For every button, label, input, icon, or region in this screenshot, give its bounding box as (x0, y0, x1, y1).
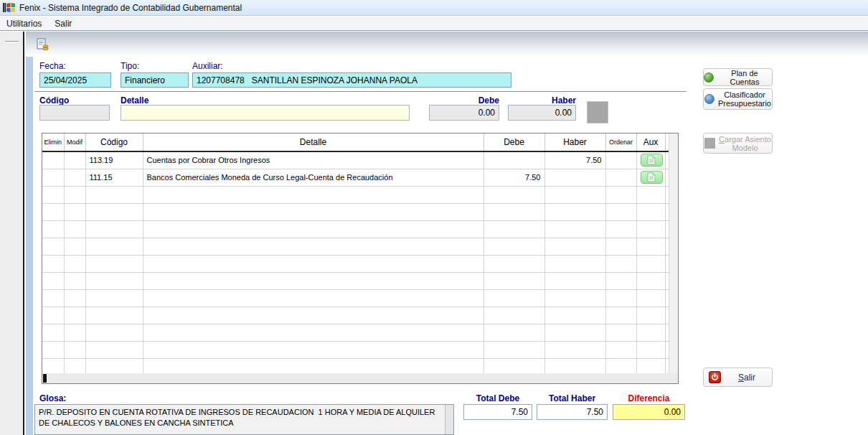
glosa-scrollbar[interactable] (445, 405, 453, 434)
aux-notepad-button[interactable] (641, 154, 663, 167)
cargar-asiento-modelo-button[interactable]: Cargar Asiento Modelo (703, 133, 773, 154)
glosa-text: P/R. DEPOSITO EN CUENTA ROTATIVA DE INGR… (39, 407, 439, 429)
table-row-empty (42, 307, 669, 324)
haber-input[interactable] (508, 105, 576, 121)
header-detalle: Detalle (143, 134, 483, 151)
scrollbar-thumb[interactable] (43, 374, 47, 383)
header-aux: Aux (636, 134, 665, 151)
tipo-label: Tipo: (121, 61, 139, 71)
menu-salir[interactable]: Salir (48, 17, 78, 30)
green-sphere-icon (704, 72, 714, 83)
diferencia-label: Diferencia (613, 393, 685, 403)
menu-bar: Utilitarios Salir (0, 17, 868, 31)
menu-utilitarios[interactable]: Utilitarios (0, 17, 48, 30)
aux-notepad-button[interactable] (641, 171, 663, 184)
title-bar: Fenix - Sistema Integrado de Contabilida… (0, 0, 868, 16)
debe-input[interactable] (429, 105, 499, 121)
cell-ordenar[interactable] (605, 169, 636, 186)
power-icon (709, 371, 721, 383)
cell-elimin[interactable] (42, 169, 64, 186)
table-row-empty (42, 289, 669, 307)
cell-modif[interactable] (64, 151, 85, 169)
tipo-input[interactable] (121, 72, 189, 88)
detalle-label: Detalle (121, 95, 148, 106)
application-window: Fenix - Sistema Integrado de Contabilida… (0, 0, 868, 435)
plan-de-cuentas-label: Plan de Cuentas (717, 69, 772, 86)
table-row-empty (42, 238, 669, 255)
left-panel-strip[interactable] (0, 32, 24, 435)
table-row-empty (42, 186, 669, 203)
cell-aux (636, 151, 665, 169)
toolbar (26, 32, 868, 57)
codigo-input[interactable] (39, 105, 110, 121)
detalle-input[interactable] (121, 105, 410, 121)
clasificador-presupuestario-button[interactable]: Clasificador Presupuestario (703, 88, 773, 110)
cell-ordenar[interactable] (605, 151, 636, 169)
cargar-asiento-label: Cargar Asiento Modelo (719, 135, 771, 152)
total-debe-input[interactable] (463, 404, 532, 420)
document-coins-icon (35, 37, 49, 52)
codigo-label: Código (39, 95, 69, 106)
table-row-empty (42, 358, 669, 373)
notepad-icon (647, 155, 656, 165)
new-entry-button[interactable] (34, 36, 50, 52)
table-row-empty (42, 272, 669, 289)
fecha-label: Fecha: (39, 61, 66, 71)
cell-codigo[interactable]: 113.19 (85, 151, 143, 169)
grid-scroll-area: Elimin Modif Código Detalle Debe Haber O… (42, 134, 669, 373)
cell-aux (636, 169, 665, 186)
clasificador-label: Clasificador Presupuestario (718, 90, 771, 108)
total-haber-label: Total Haber (537, 393, 608, 403)
plan-de-cuentas-button[interactable]: Plan de Cuentas (703, 68, 773, 86)
gray-square-icon (704, 138, 715, 149)
total-haber-input[interactable] (537, 404, 608, 420)
total-debe-label: Total Debe (463, 393, 532, 403)
table-row-empty (42, 220, 669, 238)
auxiliar-input[interactable] (192, 72, 511, 88)
entry-action-button[interactable] (587, 101, 608, 123)
app-icon (3, 2, 16, 13)
header-elimin: Elimin (42, 134, 64, 151)
table-row: 113.19 Cuentas por Cobrar Otros Ingresos… (42, 151, 669, 169)
grid-vertical-scrollbar[interactable] (669, 134, 678, 373)
header-debe: Debe (483, 134, 544, 151)
table-row-empty (42, 255, 669, 272)
debe-label: Debe (429, 95, 499, 106)
haber-label: Haber (508, 95, 576, 106)
cell-elimin[interactable] (42, 151, 64, 169)
header-modif: Modif (64, 134, 85, 151)
header-ordenar: Ordenar (605, 134, 636, 151)
cell-codigo[interactable]: 111.15 (85, 169, 143, 186)
section-separator (34, 91, 687, 92)
cell-debe[interactable]: 7.50 (483, 169, 544, 186)
cell-haber[interactable] (544, 169, 605, 186)
salir-label: Salir (738, 373, 755, 382)
grid-horizontal-scrollbar[interactable] (42, 373, 678, 383)
cell-modif[interactable] (64, 169, 85, 186)
panel-grip[interactable] (5, 41, 19, 43)
fecha-input[interactable] (39, 72, 111, 88)
glosa-label: Glosa: (39, 393, 66, 403)
cell-debe[interactable] (483, 151, 544, 169)
header-haber: Haber (544, 134, 605, 151)
table-row: 111.15 Bancos Comerciales Moneda de Curs… (42, 169, 669, 186)
entries-grid: Elimin Modif Código Detalle Debe Haber O… (42, 133, 679, 384)
table-row-empty (42, 324, 669, 341)
panel-left-edge (26, 32, 33, 435)
auxiliar-label: Auxiliar: (192, 61, 223, 71)
glosa-textarea[interactable]: P/R. DEPOSITO EN CUENTA ROTATIVA DE INGR… (34, 404, 454, 435)
cell-detalle[interactable]: Bancos Comerciales Moneda de Curso Legal… (143, 169, 483, 186)
header-codigo: Código (85, 134, 143, 151)
cell-haber[interactable]: 7.50 (544, 151, 605, 169)
cell-detalle[interactable]: Cuentas por Cobrar Otros Ingresos (143, 151, 483, 169)
notepad-icon (647, 172, 656, 182)
table-row-empty (42, 203, 669, 220)
window-title: Fenix - Sistema Integrado de Contabilida… (19, 3, 242, 13)
table-row-empty (42, 341, 669, 358)
diferencia-input[interactable] (613, 404, 685, 420)
salir-button[interactable]: Salir (703, 368, 773, 387)
main-area: Fecha: Tipo: Auxiliar: Código Detalle De… (0, 32, 868, 435)
blue-sphere-icon (704, 94, 714, 104)
grid-header-row: Elimin Modif Código Detalle Debe Haber O… (42, 134, 669, 151)
